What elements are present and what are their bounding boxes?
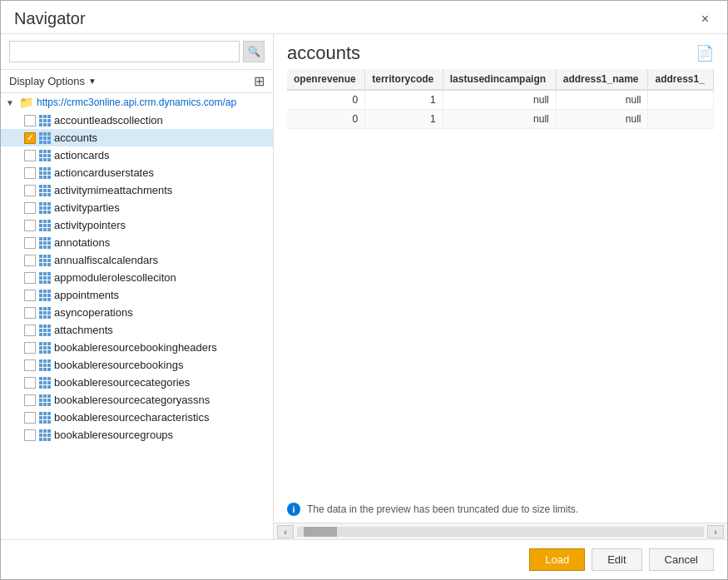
checkbox-appmodulerolescolleciton[interactable] [24,272,36,284]
checkbox-bookableresourcebookingheaders[interactable] [24,342,36,354]
table-icon-actioncards [39,150,51,161]
table-icon-accounts [39,132,51,144]
edit-button[interactable]: Edit [592,548,641,571]
tree-item-bookableresourcecategoryassns[interactable]: bookableresourcecategoryassns [1,391,273,409]
tree-label-annualfiscalcalendars: annualfiscalcalendars [54,254,158,266]
checkbox-attachments[interactable] [24,325,36,336]
cell-0-2: null [443,90,556,110]
scroll-thumb[interactable] [304,527,337,537]
table-icon-bookableresourcecategoryassns [39,394,51,406]
search-button[interactable]: 🔍 [243,41,265,62]
right-title: accounts [287,42,360,64]
table-row-1: 01nullnull [287,110,714,129]
tree-label-activitymimeattachments: activitymimeattachments [54,184,172,196]
table-icon-appointments [39,290,51,301]
preview-icon[interactable]: 📄 [696,44,714,62]
scroll-left-button[interactable]: ‹ [277,525,294,538]
checkbox-activityparties[interactable] [24,202,36,214]
checkbox-asyncoperations[interactable] [24,307,36,319]
table-icon-bookableresourcebookingheaders [39,342,51,354]
checkbox-actioncarduserstates[interactable] [24,167,36,179]
tree-label-bookableresourcecategories: bookableresourcecategories [54,376,190,389]
tree-label-asyncoperations: asyncoperations [54,306,133,319]
tree-label-bookableresourcebookingheaders: bookableresourcebookingheaders [54,341,217,354]
cell-0-3: null [556,90,648,110]
tree-item-annualfiscalcalendars[interactable]: annualfiscalcalendars [1,251,273,269]
checkbox-accountleadscollection[interactable] [24,115,36,126]
right-panel: accounts 📄 openrevenueterritorycodelastu… [274,34,727,539]
tree-label-bookableresourcecharacteristics: bookableresourcecharacteristics [54,411,209,424]
data-table-container[interactable]: openrevenueterritorycodelastusedincampai… [274,69,727,496]
search-bar: 🔍 [1,34,273,70]
close-button[interactable]: × [696,10,714,28]
tree-item-bookableresourcecategories[interactable]: bookableresourcecategories [1,374,273,391]
checkbox-annualfiscalcalendars[interactable] [24,255,36,266]
checkbox-activitypointers[interactable] [24,220,36,231]
table-body: 01nullnull01nullnull [287,90,714,129]
display-options-button[interactable]: Display Options ▼ [9,75,97,87]
checkbox-activitymimeattachments[interactable] [24,185,36,196]
tree-label-annotations: annotations [54,236,110,249]
tree-item-accountleadscollection[interactable]: accountleadscollection [1,112,273,129]
tree-label-accountleadscollection: accountleadscollection [54,114,163,126]
checkbox-bookableresourcecategoryassns[interactable] [24,394,36,406]
tree-item-activityparties[interactable]: activityparties [1,199,273,216]
info-message: The data in the preview has been truncat… [307,503,578,515]
expand-icon: ▼ [6,98,16,107]
tree-item-actioncarduserstates[interactable]: actioncarduserstates [1,164,273,181]
checkbox-bookableresourcecategories[interactable] [24,377,36,389]
cell-0-0: 0 [287,90,365,110]
tree-label-bookableresourcecategoryassns: bookableresourcecategoryassns [54,394,210,406]
checkbox-appointments[interactable] [24,290,36,301]
tree-item-activitymimeattachments[interactable]: activitymimeattachments [1,181,273,199]
tree-label-appmodulerolescolleciton: appmodulerolescolleciton [54,271,176,284]
table-icon-bookableresourcecategories [39,377,51,389]
cell-0-1: 1 [365,90,443,110]
cell-1-3: null [556,110,648,129]
table-icon-appmodulerolescolleciton [39,272,51,284]
tree-item-attachments[interactable]: attachments [1,321,273,339]
tree-item-appmodulerolescolleciton[interactable]: appmodulerolescolleciton [1,269,273,286]
checkbox-accounts[interactable] [24,132,36,144]
tree-item-bookableresourcebookingheaders[interactable]: bookableresourcebookingheaders [1,339,273,356]
load-button[interactable]: Load [529,548,585,571]
table-icon-activityparties [39,202,51,214]
table-icon-annualfiscalcalendars [39,255,51,266]
checkbox-bookableresourcegroups[interactable] [24,429,36,441]
tree-item-bookableresourcegroups[interactable]: bookableresourcegroups [1,426,273,444]
table-icon-activitymimeattachments [39,185,51,196]
tree-item-activitypointers[interactable]: activitypointers [1,216,273,234]
tree-root[interactable]: ▼ 📁 https://crmc3online.api.crm.dynamics… [1,93,273,112]
info-bar: i The data in the preview has been trunc… [274,496,727,523]
cell-1-1: 1 [365,110,443,129]
navigator-dialog: Navigator × 🔍 Display Options ▼ ⊞ [0,0,728,580]
tree-item-asyncoperations[interactable]: asyncoperations [1,304,273,321]
tree-item-accounts[interactable]: accounts [1,129,273,146]
tree-item-bookableresourcecharacteristics[interactable]: bookableresourcecharacteristics [1,409,273,426]
table-icon-attachments [39,325,51,336]
search-input[interactable] [9,41,240,62]
table-header-row: openrevenueterritorycodelastusedincampai… [287,69,714,90]
tree-items-container: accountleadscollectionaccountsactioncard… [1,112,273,444]
grid-view-button[interactable]: ⊞ [254,73,265,89]
tree-item-bookableresourcebookings[interactable]: bookableresourcebookings [1,356,273,374]
bottom-scrollbar[interactable]: ‹ › [274,523,727,539]
table-icon-accountleadscollection [39,115,51,126]
scroll-right-button[interactable]: › [707,525,724,538]
checkbox-bookableresourcecharacteristics[interactable] [24,412,36,424]
tree-area[interactable]: ▼ 📁 https://crmc3online.api.crm.dynamics… [1,93,273,539]
tree-label-appointments: appointments [54,289,119,301]
checkbox-annotations[interactable] [24,237,36,249]
right-header: accounts 📄 [274,34,727,69]
cancel-button[interactable]: Cancel [649,548,714,571]
tree-item-appointments[interactable]: appointments [1,286,273,304]
tree-item-annotations[interactable]: annotations [1,234,273,251]
checkbox-bookableresourcebookings[interactable] [24,359,36,371]
tree-label-actioncards: actioncards [54,149,109,161]
checkbox-actioncards[interactable] [24,150,36,161]
scroll-track[interactable] [297,527,704,537]
display-options-label: Display Options [9,75,85,87]
tree-item-actioncards[interactable]: actioncards [1,146,273,164]
dropdown-icon: ▼ [88,77,97,86]
cell-1-4 [648,110,714,129]
